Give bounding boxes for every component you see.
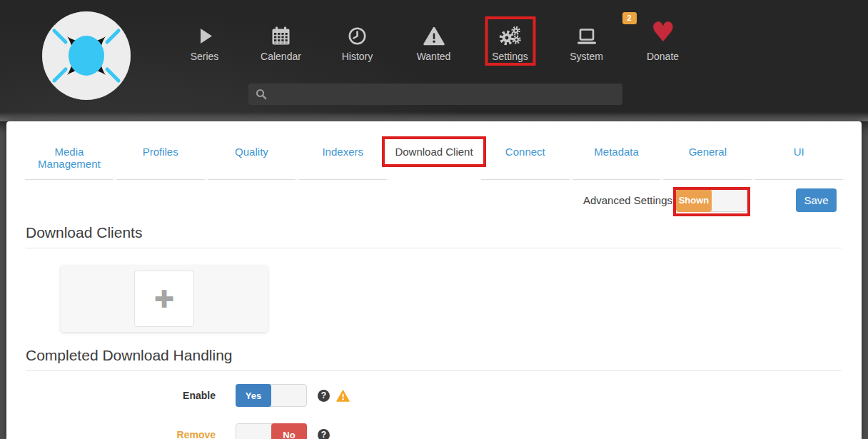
section-title: Completed Download Handling [26,347,842,364]
sonarr-logo-icon [41,10,132,101]
calendar-icon [271,17,291,46]
tab-download-client[interactable]: Download Client [390,141,478,180]
warning-triangle-icon [423,17,445,46]
nav-item-label: Calendar [261,51,301,62]
main-navigation: Series Calen [166,17,701,62]
completed-download-handling-section: Completed Download Handling Enable Yes ? [26,347,842,439]
settings-tabs: Media Management Profiles Quality Indexe… [24,141,844,180]
top-nav-bar: Series Calen [0,0,868,121]
laptop-icon: 2 [577,17,597,46]
nav-item-label: Donate [647,51,679,62]
settings-toolbar: Advanced Settings Shown Save [6,188,837,212]
nav-item-wanted[interactable]: Wanted [395,17,472,62]
remove-field-row: Remove No ? [26,423,842,439]
nav-item-donate[interactable]: ♥ Donate [625,17,701,62]
remove-toggle[interactable]: No [236,423,307,439]
nav-item-label: Series [191,51,219,62]
nav-item-system[interactable]: 2 System [548,17,625,62]
remove-toggle-state: No [271,423,307,439]
section-divider [26,370,842,371]
warning-icon [336,390,350,402]
help-icon[interactable]: ? [318,390,330,402]
tab-general[interactable]: General [663,141,752,180]
tab-indexers[interactable]: Indexers [298,141,387,180]
gears-icon [499,17,521,46]
tab-connect[interactable]: Connect [481,141,570,180]
nav-item-label: Wanted [417,51,451,62]
tab-profiles[interactable]: Profiles [116,141,205,180]
section-divider [26,248,842,248]
download-clients-section: Download Clients ✚ [26,224,842,332]
tab-media-management[interactable]: Media Management [25,141,113,180]
enable-field-row: Enable Yes ? [26,384,842,407]
nav-item-label: System [570,51,603,62]
enable-toggle-state: Yes [236,384,271,407]
app-window: Series Calen [0,0,868,439]
sonarr-logo[interactable] [41,10,132,101]
search-icon [256,89,267,100]
save-button[interactable]: Save [796,188,837,212]
search-input[interactable] [273,89,615,100]
play-icon [196,17,214,46]
settings-page-panel: Media Management Profiles Quality Indexe… [6,121,862,439]
plus-icon: ✚ [154,285,175,313]
advanced-settings-toggle[interactable]: Shown [676,189,747,212]
remove-label: Remove [26,429,216,439]
nav-item-calendar[interactable]: Calendar [243,17,319,62]
advanced-settings-label: Advanced Settings [583,194,672,206]
tab-quality[interactable]: Quality [208,141,296,180]
enable-label: Enable [26,390,216,401]
add-download-client-card[interactable]: ✚ [61,266,268,332]
help-icon[interactable]: ? [318,429,330,439]
content-background: Media Management Profiles Quality Indexe… [0,121,868,439]
nav-item-history[interactable]: History [319,17,395,62]
nav-item-label: Settings [492,51,528,62]
nav-item-settings[interactable]: Settings [472,17,548,62]
section-title: Download Clients [26,224,842,241]
tab-metadata[interactable]: Metadata [572,141,661,180]
enable-toggle[interactable]: Yes [236,384,307,407]
tab-ui[interactable]: UI [755,141,843,180]
tab-label: Download Client [395,146,473,158]
nav-item-series[interactable]: Series [166,17,243,62]
advanced-settings-toggle-state: Shown [676,189,712,212]
nav-item-label: History [342,51,373,62]
clock-icon [348,17,367,46]
heart-icon: ♥ [650,17,675,46]
add-download-client-button[interactable]: ✚ [134,271,194,327]
search-bar [248,84,622,105]
